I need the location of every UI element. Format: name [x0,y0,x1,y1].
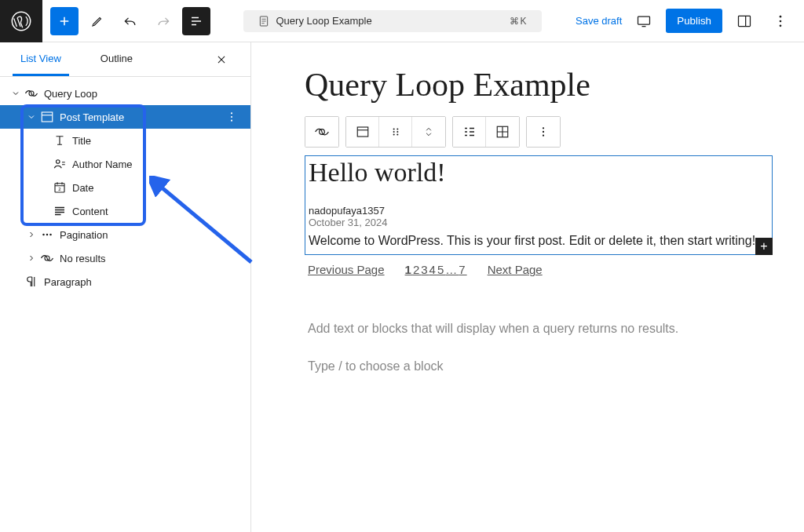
undo-button[interactable] [116,7,144,35]
page-title[interactable]: Query Loop Example [305,66,773,104]
tree-label: Pagination [60,229,108,241]
svg-rect-2 [638,16,650,24]
layout-button[interactable] [346,117,379,147]
tree-item-paragraph[interactable]: Paragraph [0,270,250,293]
svg-point-9 [231,116,232,118]
tree-item-content[interactable]: Content [0,199,250,223]
block-type-button[interactable] [305,117,338,147]
no-results-placeholder[interactable]: Add text or blocks that will display whe… [305,284,773,342]
post-content[interactable]: Welcome to WordPress. This is your first… [305,228,772,254]
svg-rect-17 [357,127,368,137]
document-title: Query Loop Example [276,15,372,27]
preview-button[interactable] [630,7,658,35]
svg-point-8 [231,112,232,114]
svg-point-19 [397,128,398,129]
publish-button[interactable]: Publish [666,9,722,33]
loop-icon [24,86,39,101]
pagination-icon [39,227,55,242]
options-button[interactable] [766,7,795,35]
post-author[interactable]: nadopufaya1357 [309,205,772,217]
title-icon [52,133,68,148]
top-toolbar: Query Loop Example ⌘K Save draft Publish [0,0,804,42]
svg-point-14 [42,234,45,236]
tree-item-author-name[interactable]: Author Name [0,152,250,176]
wp-logo[interactable] [0,0,42,42]
tree-label: Date [72,182,93,194]
document-title-bar[interactable]: Query Loop Example ⌘K [218,10,566,32]
page-icon [258,15,270,27]
close-panel-button[interactable] [216,49,238,71]
paragraph-placeholder[interactable]: Type / to choose a block [305,342,773,391]
svg-rect-7 [42,112,53,122]
svg-point-6 [780,24,782,27]
edit-tool-button[interactable] [83,7,111,35]
svg-text:2: 2 [58,187,61,191]
tree-item-no-results[interactable]: No results [0,246,250,270]
tree-label: Query Loop [44,88,97,100]
post-title[interactable]: Hello world! [305,156,772,191]
svg-point-21 [397,131,398,133]
author-icon [52,156,68,172]
list-view-panel: List View Outline Query Loop Post Templa… [0,42,251,532]
block-tree: Query Loop Post Template Title Author Na… [0,77,250,298]
tree-label: Content [72,206,108,217]
add-block-button[interactable] [50,7,79,35]
svg-point-20 [393,131,394,133]
svg-point-10 [231,120,232,122]
tree-label: No results [60,253,106,264]
tree-item-pagination[interactable]: Pagination [0,223,250,246]
tree-item-date[interactable]: 2 Date [0,176,250,199]
tree-item-query-loop[interactable]: Query Loop [0,82,250,105]
top-right-controls: Save draft Publish [566,7,804,35]
svg-point-4 [780,15,782,17]
tree-item-options-button[interactable] [221,106,243,128]
svg-point-15 [46,234,49,236]
tree-item-title[interactable]: Title [0,129,250,152]
document-overview-button[interactable] [182,7,210,35]
add-block-inline-button[interactable]: + [755,238,773,255]
pagination-numbers[interactable]: 12345…7 [405,263,467,276]
tree-label: Author Name [72,159,133,170]
date-icon: 2 [52,180,68,195]
svg-point-18 [393,128,394,129]
paragraph-icon [24,274,39,290]
chevron-down-icon [24,109,39,125]
post-template-block[interactable]: Hello world! nadopufaya1357 October 31, … [305,155,773,255]
tree-label: Paragraph [44,276,92,288]
panel-tabs: List View Outline [0,42,250,77]
settings-sidebar-button[interactable] [730,7,758,35]
svg-point-25 [543,127,544,129]
chevron-down-icon [8,86,24,101]
top-tools [42,7,218,35]
tree-item-post-template[interactable]: Post Template [0,105,250,129]
post-date[interactable]: October 31, 2024 [309,217,772,228]
chevron-right-icon [24,250,39,266]
editor-canvas[interactable]: Query Loop Example Hello world! nadopufa… [251,42,804,532]
svg-point-26 [543,131,544,133]
save-draft-button[interactable]: Save draft [576,15,622,27]
svg-rect-3 [739,16,751,26]
redo-button[interactable] [149,7,177,35]
tab-outline[interactable]: Outline [93,42,141,76]
pagination-prev[interactable]: Previous Page [308,263,385,276]
pagination-block[interactable]: Previous Page 12345…7 Next Page [305,255,773,284]
svg-point-5 [780,20,782,22]
svg-point-22 [393,133,394,135]
move-buttons[interactable] [412,117,445,147]
list-view-toggle[interactable] [453,117,486,147]
svg-point-23 [397,133,398,135]
grid-view-toggle[interactable] [486,117,519,147]
chevron-right-icon [24,227,39,242]
block-options-button[interactable] [527,117,560,147]
drag-handle[interactable] [379,117,412,147]
command-shortcut: ⌘K [510,16,527,27]
svg-point-27 [543,135,544,137]
tab-list-view[interactable]: List View [13,42,69,76]
pagination-next[interactable]: Next Page [488,263,543,276]
loop-icon [39,250,55,266]
content-icon [52,203,68,219]
tree-label: Title [72,135,91,147]
svg-point-11 [57,160,60,164]
svg-point-16 [49,234,52,236]
post-template-icon [39,109,55,125]
